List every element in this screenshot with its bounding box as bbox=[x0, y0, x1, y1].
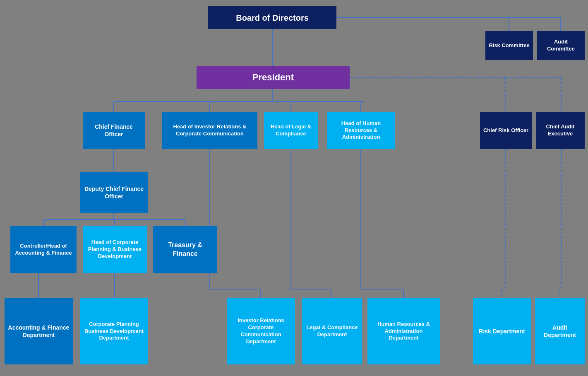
org-chart: Board of Directors Risk Committee Audit … bbox=[0, 0, 588, 376]
president-box: President bbox=[197, 66, 350, 89]
acct-dept-box: Accounting & Finance Department bbox=[5, 298, 73, 364]
hr-dept-box: Human Resources & Administration Departm… bbox=[367, 298, 440, 364]
board-of-directors-box: Board of Directors bbox=[208, 6, 336, 29]
head-legal-box: Head of Legal & Compliance bbox=[264, 112, 318, 149]
audit-dept-box: Audit Department bbox=[535, 298, 585, 364]
audit-committee-box: Audit Committee bbox=[537, 31, 585, 60]
deputy-cfo-box: Deputy Chief Finance Officer bbox=[80, 172, 148, 213]
risk-committee-box: Risk Committee bbox=[485, 31, 533, 60]
chief-risk-box: Chief Risk Officer bbox=[480, 112, 532, 149]
corp-plan-dept-box: Corporate Planning Business Development … bbox=[80, 298, 148, 364]
chief-audit-box: Chief Audit Executive bbox=[536, 112, 585, 149]
treasury-box: Treasury & Finance bbox=[153, 226, 217, 273]
risk-dept-box: Risk Department bbox=[473, 298, 531, 364]
legal-dept-box: Legal & Compliance Department bbox=[302, 298, 362, 364]
head-hr-box: Head of Human Resources & Administration bbox=[327, 112, 395, 149]
controller-box: Controller/Head of Accounting & Finance bbox=[10, 226, 77, 273]
cfo-box: Chief Finance Officer bbox=[83, 112, 145, 149]
head-corp-plan-box: Head of Corporate Planning & Business De… bbox=[83, 226, 147, 273]
head-investor-box: Head of Investor Relations & Corporate C… bbox=[162, 112, 257, 149]
investor-dept-box: Investor Relations Corporate Communicati… bbox=[227, 298, 295, 364]
